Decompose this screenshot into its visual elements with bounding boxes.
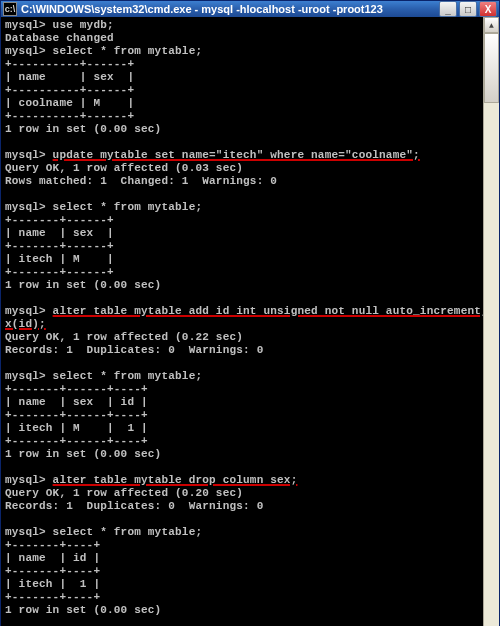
highlighted-command: update mytable set name="itech" where na… <box>53 149 420 161</box>
term-line: 1 row in set (0.00 sec) <box>5 448 161 460</box>
close-button[interactable]: X <box>479 1 497 17</box>
term-line: | name | sex | id | <box>5 396 148 408</box>
term-line: mysql> select * from mytable; <box>5 201 202 213</box>
cmd-icon: c:\ <box>3 2 17 16</box>
highlighted-command: x(id); <box>5 318 46 330</box>
cmd-window: c:\ C:\WINDOWS\system32\cmd.exe - mysql … <box>0 0 500 626</box>
term-line: mysql> select * from mytable; <box>5 370 202 382</box>
term-line: 1 row in set (0.00 sec) <box>5 604 161 616</box>
term-line: +-------+----+ <box>5 591 100 603</box>
term-line: +----------+------+ <box>5 110 134 122</box>
term-line: +-------+------+ <box>5 266 114 278</box>
term-line: mysql> <box>5 474 53 486</box>
term-line: | name | sex | <box>5 227 114 239</box>
scrollbar[interactable]: ▲ ▼ <box>483 17 499 626</box>
term-line: Query OK, 1 row affected (0.20 sec) <box>5 487 243 499</box>
term-line: | itech | 1 | <box>5 578 100 590</box>
highlighted-command: alter table mytable add id int unsigned … <box>53 305 483 317</box>
term-line: mysql> select * from mytable; <box>5 526 202 538</box>
term-line: Query OK, 1 row affected (0.03 sec) <box>5 162 243 174</box>
terminal-output[interactable]: mysql> use mydb; Database changed mysql>… <box>1 17 483 626</box>
term-line: 1 row in set (0.00 sec) <box>5 123 161 135</box>
term-line: +-------+------+----+ <box>5 435 148 447</box>
titlebar[interactable]: c:\ C:\WINDOWS\system32\cmd.exe - mysql … <box>1 1 499 17</box>
term-line: | coolname | M | <box>5 97 134 109</box>
term-line: | name | id | <box>5 552 100 564</box>
scrollbar-track[interactable] <box>484 33 499 626</box>
term-line: 1 row in set (0.00 sec) <box>5 279 161 291</box>
term-line: +-------+------+----+ <box>5 383 148 395</box>
minimize-button[interactable]: _ <box>439 1 457 17</box>
term-line: mysql> <box>5 149 53 161</box>
term-line: Database changed <box>5 32 114 44</box>
term-line: | itech | M | <box>5 253 114 265</box>
term-line: Records: 1 Duplicates: 0 Warnings: 0 <box>5 500 263 512</box>
window-buttons: _ □ X <box>439 1 497 17</box>
term-line: +-------+----+ <box>5 565 100 577</box>
term-line: | itech | M | 1 | <box>5 422 148 434</box>
highlighted-command: alter table mytable drop column sex; <box>53 474 298 486</box>
scrollbar-thumb[interactable] <box>484 33 499 103</box>
term-line: Rows matched: 1 Changed: 1 Warnings: 0 <box>5 175 277 187</box>
window-title: C:\WINDOWS\system32\cmd.exe - mysql -hlo… <box>21 3 439 15</box>
term-line: +----------+------+ <box>5 58 134 70</box>
maximize-button[interactable]: □ <box>459 1 477 17</box>
term-line: | name | sex | <box>5 71 134 83</box>
term-line: mysql> <box>5 305 53 317</box>
term-line: +-------+------+ <box>5 214 114 226</box>
term-line: Query OK, 1 row affected (0.22 sec) <box>5 331 243 343</box>
term-line: mysql> use mydb; <box>5 19 114 31</box>
term-line: +----------+------+ <box>5 84 134 96</box>
term-line: +-------+------+ <box>5 240 114 252</box>
scroll-up-button[interactable]: ▲ <box>484 17 499 33</box>
term-line: mysql> select * from mytable; <box>5 45 202 57</box>
term-line: Records: 1 Duplicates: 0 Warnings: 0 <box>5 344 263 356</box>
terminal-wrap: mysql> use mydb; Database changed mysql>… <box>1 17 499 626</box>
term-line: +-------+----+ <box>5 539 100 551</box>
term-line: +-------+------+----+ <box>5 409 148 421</box>
